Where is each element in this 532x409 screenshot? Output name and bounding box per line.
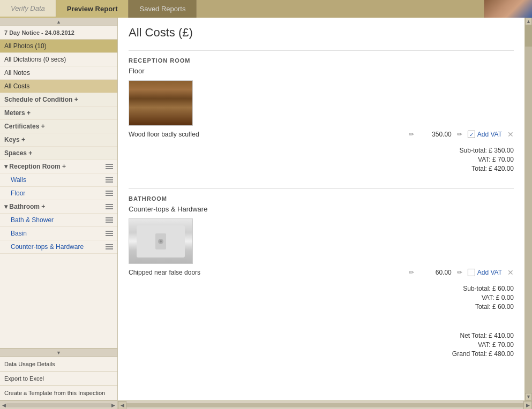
certificates-label: Certificates + [4,123,45,130]
content-v-scrollbar: ▲ ▼ [524,18,532,400]
sidebar-footer: Data Usage Details Export to Excel Creat… [0,357,117,400]
sidebar-item-floor[interactable]: Floor [0,187,117,200]
page-title: All Costs (£) [129,26,514,40]
bath-vat-checkbox[interactable] [468,269,475,276]
notice-header: 7 Day Notice - 24.08.2012 [0,26,117,40]
sidebar-group-reception[interactable]: ▾ Reception Room + [0,160,117,173]
meters-label: Meters + [4,109,31,117]
reception-vat: VAT: £ 70.00 [129,156,514,163]
reception-total: Total: £ 420.00 [129,165,514,172]
basin-drag-handle[interactable] [106,231,113,236]
reception-divider [129,50,514,51]
data-usage-details[interactable]: Data Usage Details [0,357,117,372]
bathroom-vat: VAT: £ 0.00 [129,294,514,301]
bath-description: Chipped near false doors [129,269,403,276]
floor-vat-checkbox-area[interactable]: Add VAT [468,131,502,138]
bathroom-cost-item: Chipped near false doors ✏ 60.00 ✏ Add V… [129,218,514,277]
floor-delete-icon[interactable]: ✕ [507,130,514,139]
reception-room-section: RECEPTION ROOM Floor Wood floor badly sc… [129,50,514,172]
bath-vat-checkbox-area[interactable]: Add VAT [468,269,502,276]
data-usage-label: Data Usage Details [4,361,55,367]
spaces-label: Spaces + [4,149,32,157]
tab-verify[interactable]: Verify Data [0,0,56,18]
v-scroll-down[interactable]: ▼ [525,393,532,400]
bathroom-subsection-title: Counter-tops & Hardware [129,205,514,213]
bathroom-divider [129,188,514,189]
sidebar-section-keys[interactable]: Keys + [0,133,117,147]
tab-verify-label: Verify Data [11,4,45,12]
floor-label: Floor [11,190,25,197]
sidebar-item-basin[interactable]: Basin [0,227,117,240]
all-notes-label: All Notes [4,69,30,77]
sidebar-h-scroll-right[interactable]: ▶ [111,403,115,408]
v-scroll-thumb[interactable] [525,25,532,47]
tab-bar: Verify Data Preview Report Saved Reports [0,0,532,18]
sidebar-group-bathroom[interactable]: ▾ Bathroom + [0,200,117,214]
countertops-drag-handle[interactable] [106,244,113,249]
walls-label: Walls [11,176,26,184]
floor-vat-label: Add VAT [477,131,502,138]
sidebar-section-certificates[interactable]: Certificates + [0,120,117,133]
sidebar-item-all-photos[interactable]: All Photos (10) [0,40,117,53]
countertops-label: Counter-tops & Hardware [11,243,84,251]
bath-edit-icon[interactable]: ✏ [409,269,414,276]
tab-saved-label: Saved Reports [139,5,185,13]
floor-amount-edit[interactable]: ✏ [457,131,462,138]
sidebar-section-schedule[interactable]: Schedule of Condition + [0,93,117,107]
h-scroll-left[interactable]: ◀ [118,401,126,410]
sidebar-h-scroll-left[interactable]: ◀ [2,403,6,408]
all-costs-label: All Costs [4,82,29,90]
property-photo [484,0,532,18]
sidebar-item-walls[interactable]: Walls [0,173,117,187]
create-template[interactable]: Create a Template from this Inspection [0,386,117,400]
reception-drag-handle[interactable] [106,164,113,169]
h-scroll-right[interactable]: ▶ [523,401,532,410]
sidebar-scroll-down[interactable]: ▼ [0,348,117,357]
bath-amount: 60.00 [419,269,452,276]
content-area: All Costs (£) RECEPTION ROOM Floor Wood … [118,18,532,409]
sidebar-section-meters[interactable]: Meters + [0,107,117,120]
floor-vat-checkbox[interactable] [468,131,475,138]
content-scroll: All Costs (£) RECEPTION ROOM Floor Wood … [118,18,524,400]
export-to-excel[interactable]: Export to Excel [0,372,117,386]
sidebar-item-countertops[interactable]: Counter-tops & Hardware [0,240,117,254]
bath-vat-label: Add VAT [477,269,502,276]
v-scroll-up[interactable]: ▲ [525,18,532,25]
bath-svg [134,223,188,260]
reception-totals: Sub-total: £ 350.00 VAT: £ 70.00 Total: … [129,147,514,172]
bath-amount-edit[interactable]: ✏ [457,269,462,276]
floor-drag-handle[interactable] [106,191,113,196]
sidebar-scroll-up[interactable]: ▲ [0,18,117,26]
svg-point-3 [160,240,162,243]
sidebar-item-all-costs[interactable]: All Costs [0,80,117,93]
sidebar-item-all-notes[interactable]: All Notes [0,66,117,80]
bathroom-subtotal: Sub-total: £ 60.00 [129,285,514,292]
tab-saved[interactable]: Saved Reports [129,0,197,18]
bath-image [129,218,193,264]
bath-delete-icon[interactable]: ✕ [507,268,514,277]
basin-label: Basin [11,230,27,237]
sidebar-h-scrollbar[interactable]: ◀ ▶ [0,400,117,409]
sidebar-item-bath-shower[interactable]: Bath & Shower [0,214,117,227]
net-total: Net Total: £ 410.00 [129,332,514,339]
floor-edit-icon[interactable]: ✏ [409,131,414,138]
floor-image [129,80,193,126]
sidebar-section-spaces[interactable]: Spaces + [0,147,117,160]
bath-shower-label: Bath & Shower [11,216,54,224]
h-scroll-track [126,403,523,407]
bathroom-section: BATHROOM Counter-tops & Hardware [129,188,514,310]
tab-preview[interactable]: Preview Report [56,0,129,18]
keys-label: Keys + [4,136,25,143]
main-layout: ▲ 7 Day Notice - 24.08.2012 All Photos (… [0,18,532,409]
walls-drag-handle[interactable] [106,177,113,183]
bath-shower-drag-handle[interactable] [106,217,113,223]
bathroom-totals: Sub-total: £ 60.00 VAT: £ 0.00 Total: £ … [129,285,514,310]
bathroom-total: Total: £ 60.00 [129,303,514,310]
floor-description: Wood floor badly scuffed [129,131,403,138]
reception-group-label: ▾ Reception Room + [4,163,66,170]
reception-subsection-title: Floor [129,67,514,75]
sidebar-item-all-dictations[interactable]: All Dictations (0 secs) [0,53,117,66]
all-dictations-label: All Dictations (0 secs) [4,56,66,63]
all-photos-label: All Photos (10) [4,42,47,50]
bathroom-drag-handle[interactable] [106,204,113,209]
